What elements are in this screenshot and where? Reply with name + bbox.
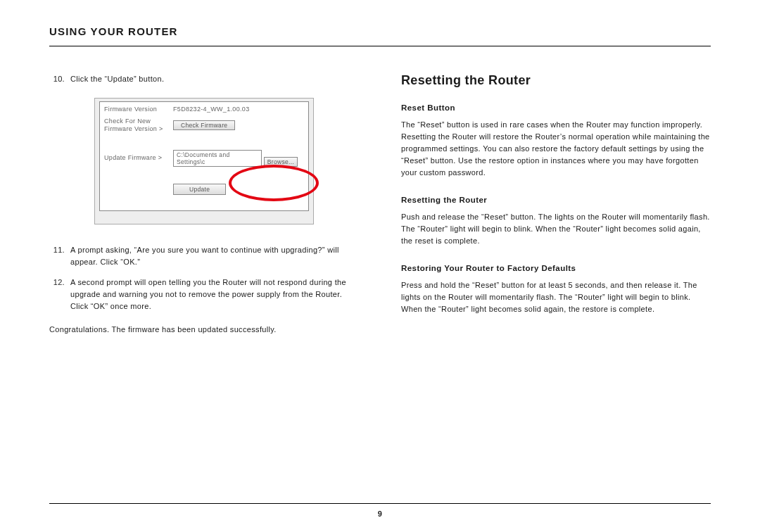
section-header: USING YOUR ROUTER [49,25,711,46]
fw-version-value: F5D8232-4_WW_1.00.03 [173,106,304,113]
factory-defaults-text: Press and hold the “Reset” button for at… [401,279,711,315]
firmware-screenshot: Firmware Version F5D8232-4_WW_1.00.03 Ch… [94,98,314,224]
resetting-heading: Resetting the Router [401,196,711,204]
step-num: 10. [49,73,65,85]
step-12: 12.A second prompt will open telling you… [49,277,359,312]
step-text: A second prompt will open telling you th… [70,277,359,312]
congrats-text: Congratulations. The firmware has been u… [49,324,359,336]
step-10: 10.Click the “Update” button. [49,73,359,85]
browse-button[interactable]: Browse... [264,157,298,167]
update-button[interactable]: Update [173,184,226,195]
resetting-text: Push and release the “Reset” button. The… [401,211,711,247]
footer-rule [49,503,711,504]
page-number: 9 [0,509,760,518]
firmware-path-input[interactable]: C:\Documents and Settings\c [173,150,262,167]
step-num: 11. [49,244,65,268]
section-title: Resetting the Router [401,73,711,88]
check-fw-label: Check For New Firmware Version > [104,118,173,133]
check-firmware-button[interactable]: Check Firmware [173,120,235,130]
step-11: 11.A prompt asking, “Are you sure you wa… [49,244,359,268]
step-text: A prompt asking, “Are you sure you want … [70,244,359,268]
factory-defaults-heading: Restoring Your Router to Factory Default… [401,264,711,272]
reset-button-text: The “Reset” button is used in rare cases… [401,119,711,179]
reset-button-heading: Reset Button [401,103,711,112]
fw-version-label: Firmware Version [104,106,173,113]
update-fw-label: Update Firmware > [104,154,173,162]
step-text: Click the “Update” button. [70,73,164,85]
step-num: 12. [49,277,65,312]
